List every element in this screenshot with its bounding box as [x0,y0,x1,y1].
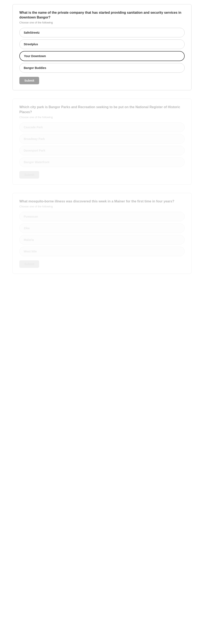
option-item-1-1[interactable]: SafeStreetz [19,28,185,37]
submit-button-1[interactable]: Submit [19,77,39,84]
option-item-2-1: Cascade Park [19,122,185,132]
option-item-3-1: Puwassan [19,212,185,221]
option-item-3-2: Zika [19,224,185,233]
question-card-3: What mosquito-borne illness was discover… [13,193,191,274]
submit-button-3: Submit [19,260,39,268]
question-subtitle-2: Choose one of the following [19,116,185,119]
option-item-3-3: Malaria [19,235,185,244]
options-list-1: SafeStreetzStreetplusYour DowntownBangor… [19,28,185,73]
question-title-2: Which city park is Bangor Parks and Recr… [19,105,185,114]
option-item-2-3: Davenport Park [19,146,185,155]
option-item-1-4[interactable]: Bangor Buddies [19,63,185,73]
question-card-2: Which city park is Bangor Parks and Recr… [13,98,191,184]
option-item-2-2: Broadway Park [19,134,185,144]
submit-button-2: Submit [19,171,39,178]
question-subtitle-1: Choose one of the following [19,21,185,24]
option-item-3-4: West Nile [19,247,185,256]
option-item-1-2[interactable]: Streetplus [19,40,185,49]
option-item-1-3[interactable]: Your Downtown [19,51,185,61]
question-card-1: What is the name of the private company … [13,4,191,90]
question-subtitle-3: Choose one of the following [19,205,185,208]
page-container: What is the name of the private company … [0,0,204,286]
options-list-2: Cascade ParkBroadway ParkDavenport ParkB… [19,122,185,167]
options-list-3: PuwassanZikaMalariaWest Nile [19,212,185,256]
question-title-3: What mosquito-borne illness was discover… [19,199,185,204]
option-item-2-4: Bangor Waterfront [19,157,185,167]
question-title-1: What is the name of the private company … [19,10,185,20]
